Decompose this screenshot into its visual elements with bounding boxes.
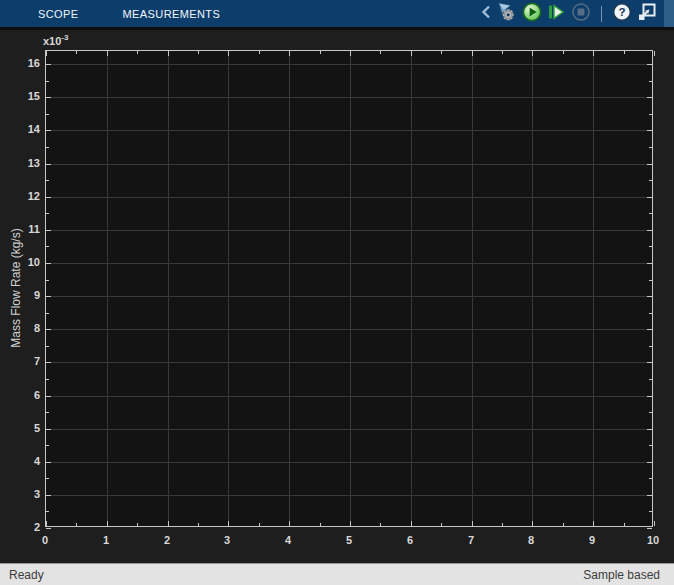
- x-tick-label: 9: [577, 533, 607, 547]
- tab-scope[interactable]: SCOPE: [38, 8, 79, 20]
- stop-icon-disabled: [571, 2, 591, 26]
- stop-button[interactable]: [567, 0, 594, 27]
- y-axis-exponent-label: x10-3: [43, 33, 68, 47]
- x-tick-label: 0: [30, 533, 60, 547]
- x-tick-label: 3: [212, 533, 242, 547]
- scope-window: SCOPE MEASUREMENTS: [0, 0, 674, 585]
- help-question-icon: ?: [612, 2, 632, 26]
- svg-text:?: ?: [618, 6, 625, 18]
- chevron-left-icon: [481, 4, 491, 24]
- x-tick-label: 5: [334, 533, 364, 547]
- pop-out-window-icon: [637, 2, 657, 26]
- x-tick-label: 6: [395, 533, 425, 547]
- toolbar-divider: [601, 6, 602, 22]
- scope-settings-gear-icon: [495, 1, 517, 27]
- y-tick-label: 2: [0, 520, 40, 534]
- y-tick-label: 10: [0, 255, 40, 269]
- popout-button[interactable]: [634, 0, 660, 27]
- toolstrip-tabs: SCOPE MEASUREMENTS: [0, 0, 220, 27]
- x-tick-label: 10: [638, 533, 668, 547]
- y-tick-label: 6: [0, 388, 40, 402]
- y-tick-label: 11: [0, 222, 40, 236]
- help-button[interactable]: ?: [609, 0, 634, 27]
- plot-region: x10-3 Mass Flow Rate (kg/s) 012345678910…: [0, 30, 674, 563]
- x-tick-label: 7: [456, 533, 486, 547]
- y-tick-label: 14: [0, 122, 40, 136]
- step-forward-icon: [546, 2, 566, 26]
- toolbar-edge-strip: [664, 0, 674, 27]
- y-tick-label: 8: [0, 321, 40, 335]
- run-button[interactable]: [519, 0, 544, 27]
- step-forward-button[interactable]: [544, 0, 567, 27]
- x-tick-label: 4: [273, 533, 303, 547]
- y-tick-label: 5: [0, 421, 40, 435]
- y-tick-label: 13: [0, 156, 40, 170]
- x-tick-label: 8: [516, 533, 546, 547]
- collapse-toolstrip-button[interactable]: [479, 0, 493, 27]
- y-tick-label: 4: [0, 454, 40, 468]
- y-tick-label: 3: [0, 487, 40, 501]
- sample-mode-label: Sample based: [583, 568, 660, 582]
- y-tick-label: 7: [0, 354, 40, 368]
- statusbar: Ready Sample based: [0, 563, 674, 585]
- x-tick-label: 2: [152, 533, 182, 547]
- y-tick-label: 15: [0, 89, 40, 103]
- y-tick-label: 12: [0, 189, 40, 203]
- toolstrip: SCOPE MEASUREMENTS: [0, 0, 674, 30]
- axes[interactable]: [45, 50, 653, 527]
- y-tick-label: 16: [0, 56, 40, 70]
- status-message: Ready: [9, 568, 44, 582]
- x-tick-label: 1: [91, 533, 121, 547]
- y-tick-label: 9: [0, 288, 40, 302]
- toolbar-quick-access: ?: [479, 0, 674, 27]
- run-play-icon: [522, 2, 542, 26]
- configuration-properties-button[interactable]: [493, 0, 519, 27]
- tab-measurements[interactable]: MEASUREMENTS: [123, 8, 221, 20]
